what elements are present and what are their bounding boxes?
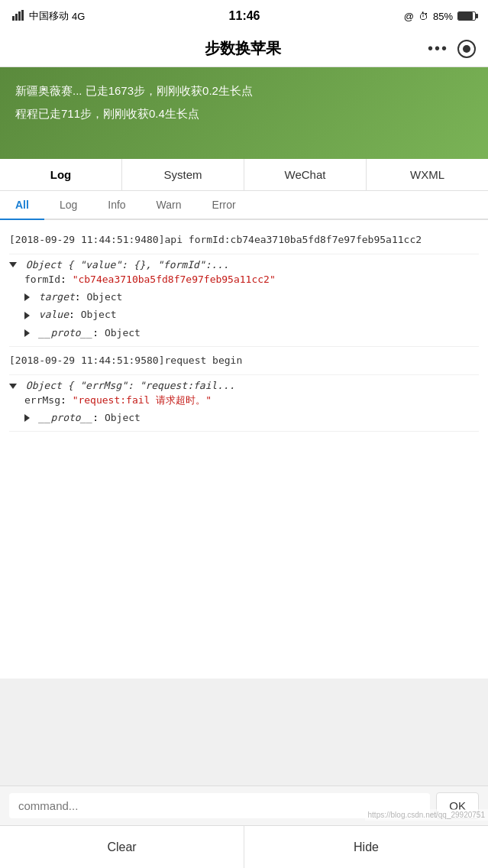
log-entry-2: [2018-09-29 11:44:51:9580]request begin	[9, 347, 479, 375]
filter-error[interactable]: Error	[197, 191, 251, 220]
obj-prop-value: value: Object	[9, 306, 479, 323]
collapse-icon-1	[9, 262, 17, 267]
log-text-1: [2018-09-29 11:44:51:9480]api formId:cb7…	[9, 234, 422, 245]
tab-wechat[interactable]: WeChat	[244, 159, 367, 190]
watermark: https://blog.csdn.net/qq_29920751	[365, 809, 488, 821]
filter-warn[interactable]: Warn	[141, 191, 197, 220]
svg-rect-0	[12, 16, 15, 21]
obj-prop-errmsg: errMsg: "request:fail 请求超时。"	[9, 391, 479, 409]
tab-wxml[interactable]: WXML	[367, 159, 488, 190]
title-actions: •••	[428, 40, 476, 58]
page-title: 步数换苹果	[205, 38, 281, 59]
object-block-2: Object { "errMsg": "request:fail... errM…	[9, 375, 479, 432]
expand-icon-value[interactable]	[24, 312, 30, 319]
obj-prop-proto2: __proto__: Object	[9, 409, 479, 426]
battery-icon	[457, 11, 476, 21]
log-text-2: [2018-09-29 11:44:51:9580]request begin	[9, 355, 242, 366]
filter-log[interactable]: Log	[44, 191, 92, 220]
title-bar: 步数换苹果 •••	[0, 31, 488, 67]
svg-rect-3	[21, 10, 24, 21]
obj-prop-proto1: __proto__: Object	[9, 324, 479, 342]
clear-button[interactable]: Clear	[0, 826, 244, 868]
debug-tabs-row2: All Log Info Warn Error	[0, 191, 488, 220]
status-carrier: 中国移动 4G	[12, 9, 85, 23]
svg-rect-1	[15, 14, 18, 21]
status-battery: @ ⏱ 85%	[404, 11, 476, 22]
object-block-1: Object { "value": {}, "formId":... formI…	[9, 254, 479, 348]
expand-icon-proto2[interactable]	[24, 414, 30, 422]
console-area: [2018-09-29 11:44:51:9480]api formId:cb7…	[0, 220, 488, 679]
preview-line-2: 程程已走711步，刚刚收获0.4生长点	[15, 102, 473, 125]
obj-prop-target: target: Object	[9, 288, 479, 306]
tab-log[interactable]: Log	[0, 159, 122, 190]
filter-info[interactable]: Info	[92, 191, 141, 220]
expand-icon-target[interactable]	[24, 293, 30, 301]
collapse-icon-2	[9, 384, 17, 389]
record-icon[interactable]	[457, 40, 476, 58]
alarm-icon: ⏱	[419, 11, 428, 22]
tab-system[interactable]: System	[122, 159, 244, 190]
lock-icon: @	[404, 11, 414, 22]
status-time: 11:46	[229, 9, 260, 23]
filter-all[interactable]: All	[0, 191, 44, 220]
svg-rect-2	[18, 11, 21, 21]
expand-icon-proto1[interactable]	[24, 329, 30, 337]
obj-prop-formid: formId: "cb74ea3710ba5fd8f7e97feb95a11cc…	[9, 270, 479, 288]
log-entry-1: [2018-09-29 11:44:51:9480]api formId:cb7…	[9, 226, 479, 254]
status-bar: 中国移动 4G 11:46 @ ⏱ 85%	[0, 0, 488, 31]
object-header-1[interactable]: Object { "value": {}, "formId":...	[9, 259, 479, 270]
object-header-2[interactable]: Object { "errMsg": "request:fail...	[9, 380, 479, 391]
debug-tabs-row1: Log System WeChat WXML	[0, 159, 488, 191]
app-preview: 新疆奥薇赛... 已走1673步，刚刚收获0.2生长点 程程已走711步，刚刚收…	[0, 67, 488, 159]
bottom-bar: Clear Hide	[0, 825, 488, 868]
hide-button[interactable]: Hide	[244, 826, 488, 868]
more-options-icon[interactable]: •••	[428, 40, 448, 57]
signal-icon	[12, 10, 26, 23]
preview-line-1: 新疆奥薇赛... 已走1673步，刚刚收获0.2生长点	[15, 79, 473, 102]
